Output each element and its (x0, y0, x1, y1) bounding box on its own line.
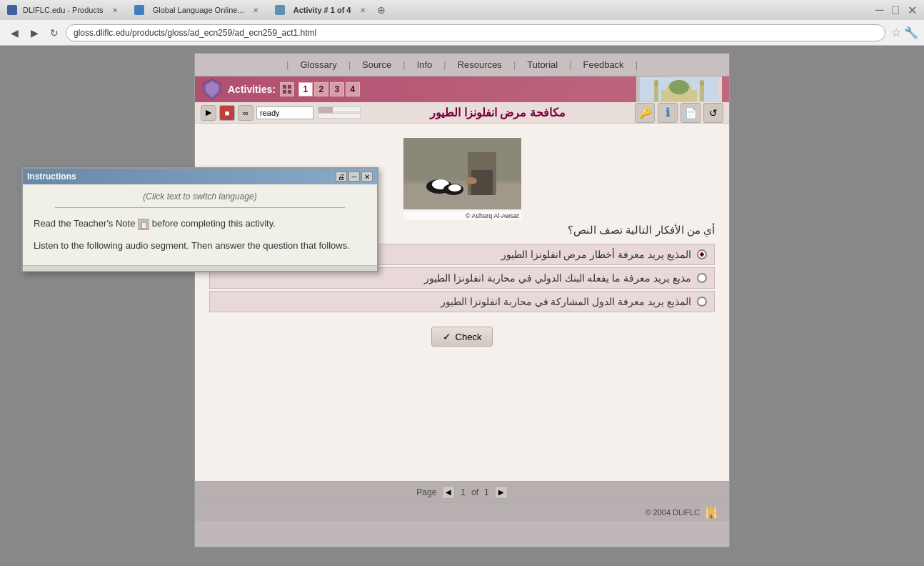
bookmark-icon[interactable]: ☆ (891, 26, 901, 39)
check-label: Check (456, 332, 482, 342)
total-pages: 1 (484, 487, 489, 497)
check-icon: ✓ (443, 331, 451, 342)
svg-rect-19 (482, 170, 493, 195)
back-button[interactable]: ◀ (6, 24, 23, 41)
nav-glossary[interactable]: Glossary (291, 56, 345, 73)
instructions-resize-handle[interactable] (23, 265, 377, 271)
current-page: 1 (461, 487, 466, 497)
bird-image-container: © Asharq Al-Awsat (403, 138, 521, 213)
top-nav: | Glossary | Source | Info | Resources |… (195, 54, 729, 76)
of-label: of (471, 487, 478, 497)
nav-source[interactable]: Source (353, 56, 400, 73)
instructions-body: (Click text to switch language) Read the… (23, 184, 377, 265)
audio-status: ready (256, 106, 313, 119)
new-tab-btn[interactable]: ⊕ (377, 4, 386, 16)
activity-num-3[interactable]: 3 (330, 82, 344, 96)
audio-title: مكافحة مرض انفلونزا الطيور (363, 106, 632, 119)
bird-image (403, 138, 521, 209)
instructions-content: Read the Teacher's Note 📋 before complet… (34, 215, 366, 254)
svg-point-24 (448, 184, 461, 192)
tab-2-label[interactable]: Global Language Online... (153, 6, 244, 14)
nav-info[interactable]: Info (408, 56, 441, 73)
activity-num-2[interactable]: 2 (314, 82, 328, 96)
inst-close-button[interactable]: ✕ (361, 172, 373, 182)
minimize-btn[interactable]: ─ (875, 4, 883, 17)
instructions-controls: 🖨 ─ ✕ (336, 172, 373, 182)
activities-header: Activities: 1 2 3 4 (195, 76, 729, 102)
activity-numbers: 1 2 3 4 (298, 82, 360, 96)
nav-feedback[interactable]: Feedback (575, 56, 633, 73)
option-1-text: المذيع يريد معرفة أخطار مرض انفلونزا الط… (501, 249, 691, 260)
nav-resources[interactable]: Resources (449, 56, 511, 73)
forward-button[interactable]: ▶ (26, 24, 43, 41)
svg-point-11 (700, 80, 704, 86)
refresh-icon-btn[interactable]: ↺ (703, 103, 723, 123)
title-bar: DLIFLC.edu - Products ✕ Global Language … (0, 0, 924, 20)
check-button[interactable]: ✓ Check (431, 327, 493, 347)
shield-logo (202, 78, 222, 101)
mosque-image (636, 76, 722, 102)
stop-button[interactable]: ■ (219, 105, 235, 121)
main-area: | Glossary | Source | Info | Resources |… (0, 46, 924, 547)
next-page-button[interactable]: ▶ (495, 486, 508, 499)
browser-window: DLIFLC.edu - Products ✕ Global Language … (0, 0, 924, 46)
teacher-note-icon[interactable]: 📋 (138, 219, 149, 230)
svg-point-13 (669, 80, 689, 94)
tab-1-label[interactable]: DLIFLC.edu - Products (23, 6, 104, 14)
radio-2[interactable] (697, 273, 707, 283)
learning-panel: | Glossary | Source | Info | Resources |… (194, 53, 730, 547)
svg-rect-2 (283, 85, 286, 89)
svg-point-9 (654, 80, 658, 86)
window-controls: ─ □ ✕ (875, 4, 917, 17)
info-icon-btn[interactable]: ℹ (658, 103, 678, 123)
audio-bar: ▶ ■ ∞ ready مكافحة مرض انفلونزا الطيور 🔑… (195, 102, 729, 124)
instruction-line-1: Read the Teacher's Note 📋 before complet… (34, 215, 366, 232)
prev-page-button[interactable]: ◀ (442, 486, 455, 499)
option-3[interactable]: المذيع يريد معرفة الدول المشاركة في محار… (209, 291, 715, 312)
tab-3-label[interactable]: Activity # 1 of 4 (293, 6, 351, 14)
tab-close-2[interactable]: ✕ (253, 6, 258, 14)
option-2-text: مذيع يريد معرفة ما يفعله البنك الدولي في… (424, 272, 691, 284)
copyright-bar: © 2004 DLIFLC 🕌 (195, 502, 729, 521)
key-icon-btn[interactable]: 🔑 (635, 103, 655, 123)
play-button[interactable]: ▶ (201, 105, 216, 121)
address-bar[interactable] (66, 24, 885, 41)
maximize-btn[interactable]: □ (892, 4, 899, 17)
nav-tutorial[interactable]: Tutorial (518, 56, 566, 73)
svg-rect-4 (283, 90, 286, 94)
svg-rect-3 (288, 85, 291, 89)
click-to-switch: (Click text to switch language) (34, 192, 366, 202)
instructions-panel: Instructions 🖨 ─ ✕ (Click text to switch… (21, 167, 378, 272)
print-button[interactable]: 🖨 (336, 172, 347, 182)
reload-button[interactable]: ↻ (46, 24, 63, 41)
instructions-titlebar: Instructions 🖨 ─ ✕ (23, 169, 377, 184)
panel-footer: Page ◀ 1 of 1 ▶ (195, 481, 729, 502)
text-icon-btn[interactable]: 📄 (681, 103, 700, 123)
tab-close-1[interactable]: ✕ (112, 6, 118, 14)
svg-point-25 (466, 177, 477, 184)
activity-num-4[interactable]: 4 (346, 82, 360, 96)
activity-num-1[interactable]: 1 (298, 82, 313, 96)
radio-1[interactable] (697, 249, 707, 259)
instruction-line-2: Listen to the following audio segment. T… (34, 237, 366, 254)
radio-3[interactable] (697, 297, 707, 307)
activity-grid-icon[interactable] (280, 82, 294, 96)
svg-rect-5 (288, 90, 291, 94)
settings-icon[interactable]: 🔧 (904, 26, 918, 39)
page-label: Page (416, 487, 436, 497)
copyright-text: © 2004 DLIFLC (645, 508, 700, 517)
audio-icon-buttons: 🔑 ℹ 📄 ↺ (635, 103, 723, 123)
option-3-text: المذيع يريد معرفة الدول المشاركة في محار… (441, 296, 691, 307)
instructions-title: Instructions (27, 172, 76, 182)
tab-close-3[interactable]: ✕ (360, 6, 366, 14)
favicon-1 (7, 5, 17, 15)
inst-minimize-button[interactable]: ─ (348, 172, 360, 182)
copyright-icon: 🕌 (704, 505, 718, 519)
instructions-divider (55, 207, 345, 208)
image-caption: © Asharq Al-Awsat (403, 212, 521, 220)
favicon-2 (134, 5, 144, 15)
activities-label: Activities: 1 2 3 4 (228, 82, 360, 96)
nav-bar: ◀ ▶ ↻ ☆ 🔧 (0, 20, 924, 46)
loop-button[interactable]: ∞ (238, 105, 253, 121)
close-btn[interactable]: ✕ (908, 4, 917, 17)
